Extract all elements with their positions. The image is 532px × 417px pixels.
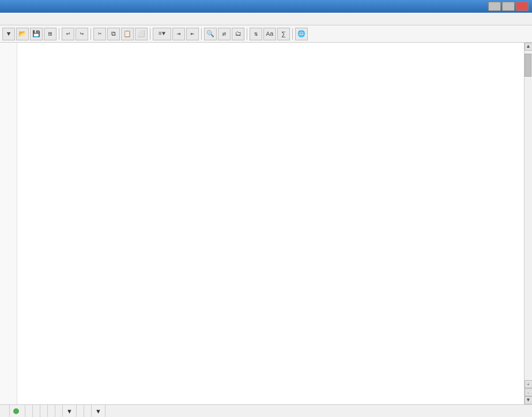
maximize-button[interactable] — [502, 2, 515, 11]
toolbar-new[interactable]: ▼ — [2, 28, 15, 40]
toolbar-cut[interactable]: ✂ — [93, 28, 106, 40]
menu-extend[interactable] — [65, 18, 74, 20]
toolbar-open[interactable]: 📂 — [16, 28, 29, 40]
menu-file[interactable] — [0, 18, 9, 20]
scrollbar-vertical[interactable]: ▲ + - ▼ — [524, 43, 532, 404]
status-charnum — [55, 405, 63, 417]
sep4 — [201, 28, 202, 40]
menu-tools[interactable] — [55, 18, 65, 20]
scroll-down-button1[interactable]: + — [525, 380, 533, 388]
toolbar-save[interactable]: 💾 — [30, 28, 43, 40]
titlebar-controls — [488, 2, 529, 11]
toolbar-unindent[interactable]: ⇤ — [186, 28, 199, 40]
line-numbers — [0, 43, 17, 404]
toolbar-indent[interactable]: ⇥ — [172, 28, 185, 40]
toolbar-format[interactable]: ≡▼ — [153, 28, 171, 40]
toolbar-sort[interactable]: ⇅ — [250, 28, 262, 40]
status-ready — [2, 405, 10, 417]
sep6 — [292, 28, 293, 40]
toolbar-paste2[interactable]: ⬜ — [135, 28, 148, 40]
toolbar-calc[interactable]: ∑ — [277, 28, 290, 40]
toolbar-undo[interactable]: ↩ — [62, 28, 74, 40]
status-tab — [25, 405, 33, 417]
status-linetype — [77, 405, 84, 417]
sep5 — [247, 28, 247, 40]
status-dot — [13, 408, 19, 414]
toolbar-find[interactable]: 🔍 — [204, 28, 217, 40]
menu-view[interactable] — [18, 18, 28, 20]
status-line — [33, 405, 40, 417]
editor-main[interactable] — [0, 43, 524, 404]
sep1 — [59, 28, 59, 40]
status-dropdown1[interactable]: ▼ — [63, 405, 77, 417]
toolbar-copy[interactable]: ⧉ — [107, 28, 120, 40]
status-encoding — [10, 405, 25, 417]
toolbar-web[interactable]: 🌐 — [295, 28, 308, 40]
editor-content[interactable] — [17, 43, 524, 404]
scroll-down-button3[interactable]: ▼ — [525, 396, 533, 404]
scroll-track[interactable] — [525, 51, 532, 380]
editor-container: ▲ + - ▼ — [0, 43, 532, 404]
scroll-thumb[interactable] — [525, 54, 531, 77]
titlebar — [0, 0, 532, 13]
toolbar: ▼ 📂 💾 ⊞ ↩ ↪ ✂ ⧉ 📋 ⬜ ≡▼ ⇥ ⇤ 🔍 ⇄ 🗂 ⇅ Aa ∑ … — [0, 25, 532, 43]
sep3 — [150, 28, 150, 40]
status-insertmode — [84, 405, 92, 417]
toolbar-case[interactable]: Aa — [263, 28, 276, 40]
statusbar: ▼ ▼ — [0, 404, 532, 417]
toolbar-findfiles[interactable]: 🗂 — [232, 28, 244, 40]
toolbar-saveall[interactable]: ⊞ — [44, 28, 56, 40]
menu-help[interactable] — [83, 18, 92, 20]
status-dropdown2[interactable]: ▼ — [92, 405, 105, 417]
minimize-button[interactable] — [488, 2, 501, 11]
toolbar-paste[interactable]: 📋 — [121, 28, 134, 40]
menu-doc[interactable] — [37, 18, 46, 20]
scroll-down-button2[interactable]: - — [525, 388, 533, 396]
sep2 — [90, 28, 91, 40]
toolbar-replace[interactable]: ⇄ — [218, 28, 231, 40]
menu-window[interactable] — [74, 18, 83, 20]
menu-project[interactable] — [46, 18, 55, 20]
menu-edit[interactable] — [9, 18, 18, 20]
scroll-up-button[interactable]: ▲ — [525, 43, 533, 51]
status-unicode — [48, 405, 55, 417]
toolbar-redo[interactable]: ↪ — [76, 28, 88, 40]
menubar — [0, 13, 532, 25]
close-button[interactable] — [516, 2, 529, 11]
menu-search[interactable] — [28, 18, 37, 20]
status-col — [40, 405, 48, 417]
status-charset — [105, 405, 112, 417]
